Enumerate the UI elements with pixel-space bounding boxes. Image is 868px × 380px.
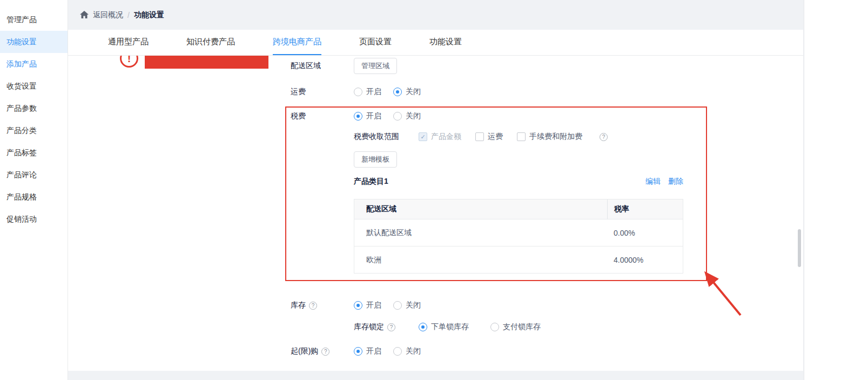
right-panel <box>804 0 868 380</box>
help-icon[interactable]: ? <box>321 348 329 356</box>
checkbox-box <box>517 132 526 141</box>
category-title: 产品类目1 <box>354 177 388 186</box>
radio-label: 关闭 <box>406 346 421 356</box>
tab-page-settings[interactable]: 页面设置 <box>359 30 392 55</box>
sidebar-item-product-tags[interactable]: 产品标签 <box>0 142 68 164</box>
lock-on-payment-radio[interactable]: 支付锁库存 <box>490 322 541 332</box>
tax-label: 税费 <box>291 111 354 121</box>
table-cell-rate: 0.00% <box>607 229 683 237</box>
radio-label: 关闭 <box>406 87 421 97</box>
sidebar-item-add-product[interactable]: 添加产品 <box>0 53 68 75</box>
form-row-inventory: 库存 ? 开启 关闭 <box>291 297 421 314</box>
shipping-fee-on-radio[interactable]: 开启 <box>354 87 381 97</box>
form-row-inventory-lock: 库存锁定 ? 下单锁库存 支付锁库存 <box>354 319 541 335</box>
sidebar-item-function-settings[interactable]: 功能设置 <box>0 31 68 53</box>
breadcrumb-back[interactable]: 返回概况 <box>93 10 123 20</box>
min-limit-label: 起(限)购 <box>291 346 318 356</box>
tab-cross-border-products[interactable]: 跨境电商产品 <box>273 30 321 55</box>
radio-circle <box>354 112 362 121</box>
min-limit-off-radio[interactable]: 关闭 <box>393 346 421 356</box>
checkbox-surcharge[interactable]: 手续费和附加费 <box>517 132 582 142</box>
checkbox-box <box>475 132 484 141</box>
inventory-on-radio[interactable]: 开启 <box>354 301 381 310</box>
shipping-fee-off-radio[interactable]: 关闭 <box>393 87 421 97</box>
home-icon <box>80 11 89 19</box>
checkbox-shipping-fee[interactable]: 运费 <box>475 132 503 142</box>
radio-circle <box>490 323 499 331</box>
inventory-label: 库存 <box>291 301 306 310</box>
inventory-label-wrap: 库存 ? <box>291 301 354 310</box>
vertical-scrollbar-thumb[interactable] <box>798 229 801 267</box>
inventory-radio-group: 开启 关闭 <box>354 301 421 310</box>
table-row: 欧洲 4.0000% <box>354 246 683 273</box>
breadcrumb: 返回概况 / 功能设置 <box>68 0 164 30</box>
min-limit-on-radio[interactable]: 开启 <box>354 346 381 356</box>
tab-general-products[interactable]: 通用型产品 <box>108 30 149 55</box>
table-header-tax-rate: 税率 <box>607 199 683 219</box>
help-icon[interactable]: ? <box>387 323 395 331</box>
radio-circle <box>354 347 362 356</box>
sidebar-item-product-params[interactable]: 产品参数 <box>0 97 68 119</box>
radio-label: 关闭 <box>406 301 421 310</box>
radio-circle <box>393 301 402 310</box>
add-template-button[interactable]: 新增模板 <box>354 151 397 168</box>
category-actions: 编辑 删除 <box>645 177 683 186</box>
edit-link[interactable]: 编辑 <box>645 177 661 186</box>
home-link[interactable] <box>80 11 89 19</box>
app-root: 管理产品 功能设置 添加产品 收货设置 产品参数 产品分类 产品标签 产品评论 … <box>0 0 868 380</box>
tab-knowledge-paid-products[interactable]: 知识付费产品 <box>186 30 235 55</box>
radio-label: 开启 <box>366 111 381 121</box>
tab-function-settings[interactable]: 功能设置 <box>429 30 462 55</box>
min-limit-label-wrap: 起(限)购 ? <box>291 346 354 356</box>
table-row: 默认配送区域 0.00% <box>354 219 683 246</box>
checkbox-label: 手续费和附加费 <box>529 132 582 142</box>
min-limit-radio-group: 开启 关闭 <box>354 346 421 356</box>
radio-label: 开启 <box>366 301 381 310</box>
radio-circle <box>393 347 402 356</box>
tax-off-radio[interactable]: 关闭 <box>393 111 421 121</box>
shipping-fee-radio-group: 开启 关闭 <box>354 87 421 97</box>
radio-label: 关闭 <box>406 111 421 121</box>
checkmark-icon: ✓ <box>419 132 427 141</box>
form-row-min-limit-purchase: 起(限)购 ? 开启 关闭 <box>291 343 421 359</box>
breadcrumb-separator: / <box>127 11 130 19</box>
form-row-delivery-area: 配送区域 管理区域 <box>291 58 397 74</box>
tax-rate-table: 配送区域 税率 默认配送区域 0.00% 欧洲 4.0000% <box>354 199 683 274</box>
help-icon[interactable]: ? <box>309 302 317 310</box>
sidebar: 管理产品 功能设置 添加产品 收货设置 产品参数 产品分类 产品标签 产品评论 … <box>0 0 68 380</box>
content-card: ! 通用型产品 知识付费产品 跨境电商产品 页面设置 功能设置 配送区域 管理区… <box>68 30 803 371</box>
radio-circle <box>393 112 402 121</box>
table-cell-area: 默认配送区域 <box>354 228 607 238</box>
radio-label: 开启 <box>366 87 381 97</box>
shipping-fee-label: 运费 <box>291 87 354 97</box>
radio-circle <box>393 88 402 96</box>
checkbox-product-amount: ✓ 产品金额 <box>419 132 461 142</box>
form-row-shipping-fee: 运费 开启 关闭 <box>291 84 421 100</box>
breadcrumb-current: 功能设置 <box>134 10 164 20</box>
table-header-row: 配送区域 税率 <box>354 199 683 219</box>
sidebar-item-product-categories[interactable]: 产品分类 <box>0 119 68 142</box>
tab-bar: 通用型产品 知识付费产品 跨境电商产品 页面设置 功能设置 <box>68 30 803 56</box>
radio-circle <box>354 301 362 310</box>
delete-link[interactable]: 删除 <box>668 177 683 186</box>
radio-circle <box>354 88 362 96</box>
inventory-off-radio[interactable]: 关闭 <box>393 301 421 310</box>
inventory-lock-label: 库存锁定 <box>354 322 384 332</box>
sidebar-item-product-reviews[interactable]: 产品评论 <box>0 164 68 186</box>
radio-circle <box>419 323 427 331</box>
help-icon[interactable]: ? <box>600 133 608 141</box>
manage-area-button[interactable]: 管理区域 <box>354 58 397 74</box>
sidebar-item-product-specs[interactable]: 产品规格 <box>0 186 68 208</box>
inventory-lock-label-wrap: 库存锁定 ? <box>354 322 419 332</box>
tax-radio-group: 开启 关闭 <box>354 111 421 121</box>
radio-label: 支付锁库存 <box>503 322 541 332</box>
sidebar-item-promotions[interactable]: 促销活动 <box>0 208 68 230</box>
sidebar-item-manage-products[interactable]: 管理产品 <box>0 9 68 31</box>
checkbox-label: 运费 <box>488 132 503 142</box>
sidebar-item-receiving-settings[interactable]: 收货设置 <box>0 75 68 97</box>
lock-on-order-radio[interactable]: 下单锁库存 <box>419 322 469 332</box>
table-cell-rate: 4.0000% <box>607 256 683 264</box>
tax-on-radio[interactable]: 开启 <box>354 111 381 121</box>
radio-label: 开启 <box>366 346 381 356</box>
table-cell-area: 欧洲 <box>354 255 607 265</box>
